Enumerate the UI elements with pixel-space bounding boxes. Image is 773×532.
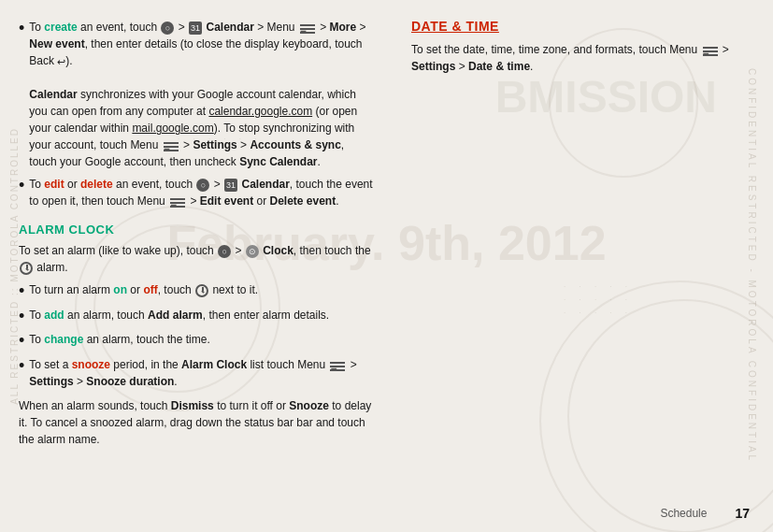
menu-icon-2: ≡ xyxy=(164,140,179,151)
calendar-bullet-1: • To create an event, touch ○ > 31 Calen… xyxy=(19,19,374,170)
alarm-bullet-1-content: To turn an alarm on or off, touch next t… xyxy=(29,281,258,302)
home-icon-2: ○ xyxy=(196,179,209,192)
alarm-toggle-icon xyxy=(195,284,208,297)
snooze-duration-label: Snooze duration xyxy=(86,375,174,388)
bullet-symbol-6: • xyxy=(19,356,24,390)
calendar-label: Calendar xyxy=(206,21,253,34)
alarm-bullet-1: • To turn an alarm on or off, touch next… xyxy=(19,281,374,302)
menu-icon-5: ≡ xyxy=(703,45,718,56)
alarm-footer: When an alarm sounds, touch Dismiss to t… xyxy=(19,397,374,448)
more-label: More xyxy=(330,21,357,34)
date-time-label: Date & time xyxy=(468,60,530,73)
alarm-bullet-2-content: To add an alarm, touch Add alarm, then e… xyxy=(29,307,329,327)
create-link: create xyxy=(44,21,77,34)
bullet-symbol-4: • xyxy=(19,307,24,327)
on-label: on xyxy=(113,283,127,296)
dismiss-label: Dismiss xyxy=(171,399,214,412)
bullet-symbol-5: • xyxy=(19,331,24,352)
alarm-bullet-3-content: To change an alarm, touch the time. xyxy=(29,331,209,352)
menu-icon-4: ≡ xyxy=(330,360,345,371)
menu-icon-1: ≡ xyxy=(300,22,315,34)
bullet-symbol-1: • xyxy=(19,19,24,170)
off-label: off xyxy=(143,283,157,296)
page-number: 17 xyxy=(735,506,750,521)
edit-event-label: Edit event xyxy=(200,194,253,208)
calendar-icon-2: 31 xyxy=(224,179,237,192)
clock-label: Clock xyxy=(263,244,293,257)
calendar-label-2: Calendar xyxy=(29,88,77,101)
alarm-bullet-4: • To set a snooze period, in the Alarm C… xyxy=(19,356,374,390)
date-time-heading: DATE & TIME xyxy=(411,19,745,34)
change-label: change xyxy=(44,333,83,346)
menu-icon-3: ≡ xyxy=(170,196,185,208)
alarm-clock-icon xyxy=(20,262,33,275)
alarm-bullet-2: • To add an alarm, touch Add alarm, then… xyxy=(19,307,374,327)
alarm-clock-heading: ALARM CLOCK xyxy=(19,223,374,237)
schedule-label: Schedule xyxy=(660,507,707,520)
bullet-symbol-3: • xyxy=(19,281,24,302)
left-column: • To create an event, touch ○ > 31 Calen… xyxy=(19,19,393,513)
calendar-google-link[interactable]: calendar.google.com xyxy=(208,105,312,118)
home-icon-3: ○ xyxy=(218,245,231,258)
calendar-bullet-1-content: To create an event, touch ○ > 31 Calenda… xyxy=(29,19,374,170)
clock-app-icon: ⊙ xyxy=(246,245,259,258)
settings-label: Settings xyxy=(29,375,73,388)
bullet-symbol-2: • xyxy=(19,176,24,209)
add-alarm-label: Add alarm xyxy=(148,309,203,322)
right-column: DATE & TIME To set the date, time, time … xyxy=(393,19,745,513)
snooze-btn-label: Snooze xyxy=(289,399,329,412)
delete-link: delete xyxy=(80,178,113,191)
calendar-bullet-2: • To edit or delete an event, touch ○ > … xyxy=(19,176,374,209)
main-content: • To create an event, touch ○ > 31 Calen… xyxy=(0,0,773,532)
calendar-label-3: Calendar xyxy=(241,178,289,191)
home-icon: ○ xyxy=(161,22,174,35)
alarm-bullet-3: • To change an alarm, touch the time. xyxy=(19,331,374,352)
new-event-label: New event xyxy=(29,37,84,50)
settings-label-2: Settings xyxy=(411,60,455,73)
delete-event-label: Delete event xyxy=(269,194,336,208)
alarm-bullet-4-content: To set a snooze period, in the Alarm Clo… xyxy=(29,356,374,390)
add-label: add xyxy=(44,309,64,322)
alarm-clock-intro: To set an alarm (like to wake up), touch… xyxy=(19,242,374,276)
mail-google-link[interactable]: mail.google.com xyxy=(132,122,213,135)
back-icon-1: ↩ xyxy=(57,54,65,70)
page-number-area: Schedule 17 xyxy=(660,506,750,521)
calendar-bullet-2-content: To edit or delete an event, touch ○ > 31… xyxy=(29,176,374,209)
date-time-body: To set the date, time, time zone, and fo… xyxy=(411,41,745,75)
snooze-label: snooze xyxy=(72,358,110,371)
alarm-clock-section: ALARM CLOCK To set an alarm (like to wak… xyxy=(19,223,374,448)
calendar-icon: 31 xyxy=(189,22,202,35)
alarm-clock-list-label: Alarm Clock xyxy=(181,358,247,371)
page-container: BMISSION February. 9th, 2012 CONFIDENTIA… xyxy=(0,0,773,532)
edit-link: edit xyxy=(44,178,64,191)
